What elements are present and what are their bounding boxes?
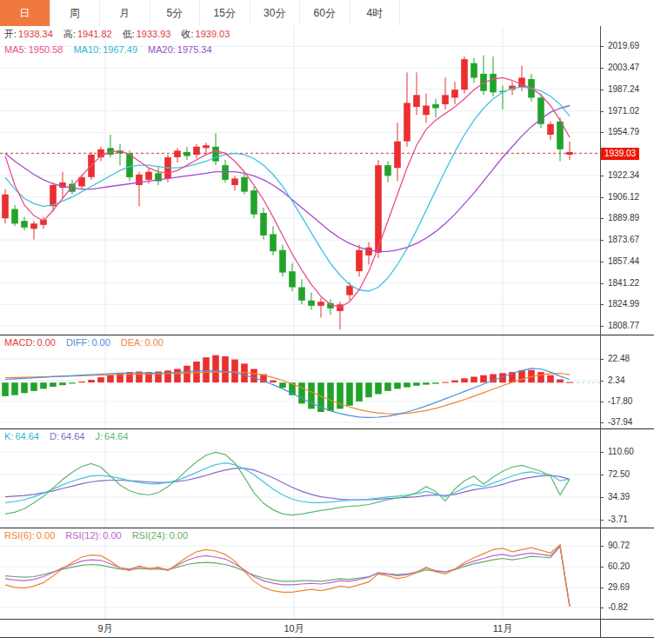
- axis-label: 29.69: [608, 582, 630, 593]
- info-label: 低:: [123, 29, 135, 39]
- axis-label: 72.50: [608, 469, 630, 480]
- axis-label: 1873.67: [608, 235, 639, 245]
- ma-info-row: MA5:1950.58MA10:1967.49MA20:1975.34: [4, 43, 223, 57]
- axis-label: 90.72: [608, 541, 630, 551]
- axis-label: -37.94: [608, 417, 632, 428]
- month-label: 10月: [284, 620, 304, 637]
- main-chart-pane: 开:1938.34高:1941.82低:1933.93收:1939.03 MA5…: [0, 26, 654, 335]
- info-value: 1950.58: [29, 44, 63, 55]
- axis-label: 1922.34: [608, 170, 639, 181]
- info-label: 收:: [181, 29, 193, 39]
- axis-label: 1971.02: [608, 106, 639, 116]
- tab-period-7[interactable]: 4时: [350, 0, 401, 26]
- info-value: 0.00: [103, 530, 121, 541]
- axis-label: 1987.24: [608, 84, 639, 95]
- rsi-info-row: RSI(6):0.00RSI(12):0.00RSI(24):0.00: [4, 528, 198, 543]
- info-label: K:: [4, 431, 13, 442]
- info-label: RSI(24):: [132, 530, 168, 541]
- info-value: 0.00: [37, 337, 55, 348]
- info-value: 1939.03: [196, 29, 230, 39]
- info-value: 0.00: [37, 530, 55, 541]
- kdj-info-row: K:64.64D:64.64J:64.64: [4, 429, 139, 444]
- axis-label: -17.80: [608, 396, 632, 407]
- axis-label: 2.34: [608, 375, 624, 386]
- axis-label: 1808.77: [608, 321, 639, 331]
- macd-pane: MACD:0.00DIFF:0.00DEA:0.00 22.482.34-17.…: [0, 335, 654, 429]
- axis-label: 1841.22: [608, 278, 639, 289]
- axis-spine: [600, 26, 601, 619]
- rsi-pane: RSI(6):0.00RSI(12):0.00RSI(24):0.00 90.7…: [0, 528, 654, 619]
- axis-label: 1889.89: [608, 213, 639, 223]
- axis-label: 34.39: [608, 492, 630, 502]
- info-value: 64.64: [104, 431, 129, 442]
- tab-period-4[interactable]: 15分: [200, 0, 250, 26]
- current-price-tag: 1939.03: [601, 148, 639, 160]
- info-value: 1967.49: [103, 44, 137, 55]
- info-label: 开:: [4, 29, 17, 39]
- macd-axis: 22.482.34-17.80-37.94: [600, 335, 654, 428]
- tab-period-3[interactable]: 5分: [150, 0, 201, 26]
- macd-info-row: MACD:0.00DIFF:0.00DEA:0.00: [4, 335, 174, 350]
- info-value: 64.64: [61, 431, 85, 442]
- month-label: 11月: [493, 620, 512, 637]
- info-value: 1975.34: [177, 44, 212, 55]
- info-label: DEA:: [121, 337, 143, 348]
- tab-period-2[interactable]: 月: [100, 0, 150, 26]
- info-value: 1938.34: [18, 29, 53, 39]
- period-toolbar: 日周月5分15分30分60分4时: [0, 0, 654, 27]
- info-value: 0.00: [91, 337, 110, 348]
- info-label: MA10:: [73, 44, 101, 55]
- info-value: 0.00: [170, 530, 188, 541]
- info-label: DIFF:: [66, 337, 90, 348]
- tab-period-0[interactable]: 日: [0, 0, 50, 26]
- info-label: MA20:: [148, 44, 176, 55]
- info-label: J:: [95, 431, 103, 442]
- axis-label: -3.71: [608, 515, 628, 525]
- trading-app: 日周月5分15分30分60分4时 开:1938.34高:1941.82低:193…: [0, 0, 654, 644]
- axis-label: 60.20: [608, 561, 630, 572]
- info-label: MA5:: [4, 44, 27, 55]
- macd-histogram: [2, 355, 573, 412]
- axis-label: 1857.44: [608, 256, 639, 267]
- info-label: MACD:: [4, 337, 35, 348]
- price-axis: 2019.692003.471987.241971.021954.791939.…: [600, 26, 654, 335]
- axis-label: 2003.47: [608, 63, 639, 73]
- axis-label: 22.48: [608, 354, 630, 364]
- ohlc-info-row: 开:1938.34高:1941.82低:1933.93收:1939.03: [4, 27, 240, 42]
- axis-corner-cell: [600, 620, 654, 637]
- rsi-axis: 90.7260.2029.69-0.82: [600, 528, 654, 619]
- info-value: 0.00: [144, 337, 163, 348]
- info-value: 64.64: [15, 431, 39, 442]
- time-axis: 9月10月11月: [0, 619, 654, 638]
- tab-period-1[interactable]: 周: [50, 0, 101, 26]
- tab-period-6[interactable]: 60分: [300, 0, 350, 26]
- month-label: 9月: [97, 620, 112, 637]
- candles: [2, 56, 573, 330]
- tab-period-5[interactable]: 30分: [250, 0, 301, 26]
- info-label: RSI(12):: [65, 530, 101, 541]
- axis-label: -0.82: [608, 602, 628, 613]
- info-label: 高:: [63, 29, 76, 39]
- axis-label: 1824.99: [608, 299, 639, 309]
- axis-label: 1906.12: [608, 192, 639, 202]
- info-value: 1941.82: [77, 29, 112, 39]
- axis-label: 1954.79: [608, 127, 639, 137]
- axis-label: 2019.69: [608, 41, 639, 51]
- axis-label: 110.60: [608, 447, 634, 457]
- candlestick-chart[interactable]: [0, 26, 600, 335]
- info-label: D:: [50, 431, 59, 442]
- kdj-axis: 110.6072.5034.39-3.71: [600, 429, 654, 528]
- kdj-pane: K:64.64D:64.64J:64.64 110.6072.5034.39-3…: [0, 429, 654, 528]
- info-label: RSI(6):: [4, 530, 35, 541]
- info-value: 1933.93: [137, 29, 171, 39]
